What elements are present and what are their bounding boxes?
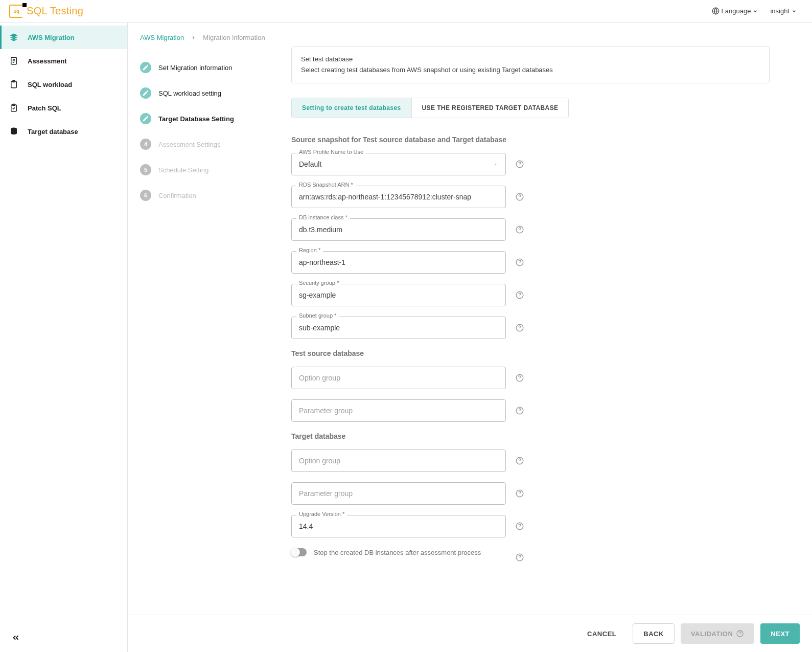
section-test-source: Test source database	[291, 349, 770, 357]
breadcrumb: AWS Migration Migration information	[128, 23, 812, 47]
security-group-input[interactable]	[291, 284, 506, 306]
step-label: SQL workload setting	[158, 89, 221, 97]
subnet-group-field: Subnet group *	[291, 317, 506, 339]
sidebar-item-label: Assessment	[28, 57, 67, 65]
subnet-group-input[interactable]	[291, 317, 506, 339]
step-indicator-pending: 5	[140, 164, 151, 175]
step-label: Set Migration information	[158, 64, 233, 72]
clipboard-icon	[9, 80, 18, 89]
sidebar-item-label: Target database	[28, 128, 78, 136]
step-list: Set Migration information SQL workload s…	[128, 47, 291, 574]
help-icon[interactable]	[515, 456, 524, 465]
cancel-button[interactable]: CANCEL	[577, 623, 627, 644]
database-icon	[9, 127, 18, 136]
document-icon	[9, 56, 18, 65]
step-schedule[interactable]: 5 Schedule Setting	[140, 157, 279, 183]
field-label: DB instance class *	[296, 214, 350, 220]
breadcrumb-current: Migration information	[203, 34, 265, 41]
topbar: Sq SQL Testing Language insight	[0, 0, 812, 23]
help-icon[interactable]	[515, 225, 524, 234]
tgt-option-group-field	[291, 449, 506, 472]
rds-arn-input[interactable]	[291, 186, 506, 208]
sidebar-item-label: SQL workload	[28, 81, 72, 88]
tgt-param-group-field	[291, 482, 506, 505]
stack-icon	[9, 33, 18, 42]
step-migration-info[interactable]: Set Migration information	[140, 55, 279, 80]
step-indicator-pending: 6	[140, 190, 151, 201]
region-input[interactable]	[291, 251, 506, 274]
back-button[interactable]: BACK	[633, 623, 675, 644]
tab-use-registered[interactable]: USE THE REGISTERED TARGET DATABASE	[411, 98, 569, 118]
src-option-group-input[interactable]	[291, 367, 506, 389]
aws-profile-value: Default	[299, 160, 321, 168]
field-label: Upgrade Version *	[296, 511, 347, 517]
src-param-group-input[interactable]	[291, 399, 506, 422]
section-source-snapshot: Source snapshot for Test source database…	[291, 136, 770, 144]
sidebar-item-aws-migration[interactable]: AWS Migration	[0, 26, 127, 49]
footer: CANCEL BACK VALIDATION NEXT	[128, 615, 812, 652]
help-icon[interactable]	[515, 290, 524, 300]
help-circle-icon	[736, 629, 744, 638]
brand-logo: Sq SQL Testing	[9, 5, 83, 18]
upgrade-version-input[interactable]	[291, 515, 506, 537]
language-menu[interactable]: Language	[706, 4, 764, 18]
user-menu[interactable]: insight	[764, 4, 803, 18]
tgt-option-group-input[interactable]	[291, 449, 506, 472]
help-icon[interactable]	[515, 192, 524, 201]
tgt-param-group-input[interactable]	[291, 482, 506, 505]
chevron-right-icon	[191, 35, 196, 40]
form-area: Set test database Select creating test d…	[291, 47, 782, 574]
section-target-db: Target database	[291, 432, 770, 440]
help-icon[interactable]	[515, 160, 524, 169]
help-icon[interactable]	[515, 258, 524, 267]
rds-arn-field: RDS Snapshot ARN *	[291, 186, 506, 208]
sidebar-item-label: AWS Migration	[28, 34, 75, 41]
brand-name: SQL Testing	[27, 5, 83, 17]
instance-class-field: DB instance class *	[291, 218, 506, 241]
field-label: Region *	[296, 247, 323, 253]
src-param-group-field	[291, 399, 506, 422]
tab-create-test-db[interactable]: Setting to create test databases	[292, 98, 411, 118]
chevron-down-icon	[753, 9, 758, 14]
help-icon[interactable]	[515, 522, 524, 531]
next-button[interactable]: NEXT	[760, 623, 800, 644]
step-label: Schedule Setting	[158, 166, 208, 174]
step-label: Confirmation	[158, 192, 196, 199]
dropdown-icon	[493, 162, 498, 167]
breadcrumb-link[interactable]: AWS Migration	[140, 34, 184, 41]
help-icon[interactable]	[515, 373, 524, 383]
security-group-field: Security group *	[291, 284, 506, 306]
aws-profile-field[interactable]: AWS Profile Name to Use Default	[291, 153, 506, 175]
sidebar-item-assessment[interactable]: Assessment	[0, 49, 127, 73]
validation-label: VALIDATION	[691, 630, 733, 638]
pencil-icon	[142, 89, 149, 97]
aws-profile-select[interactable]: Default	[291, 153, 506, 175]
tab-group: Setting to create test databases USE THE…	[291, 98, 569, 118]
validation-button[interactable]: VALIDATION	[681, 623, 755, 644]
step-assessment-settings[interactable]: 4 Assessment Settings	[140, 131, 279, 157]
step-sql-workload[interactable]: SQL workload setting	[140, 80, 279, 106]
region-field: Region *	[291, 251, 506, 274]
step-label: Assessment Settings	[158, 141, 220, 148]
upgrade-version-field: Upgrade Version *	[291, 515, 506, 537]
stop-instances-toggle[interactable]	[291, 548, 307, 556]
instance-class-input[interactable]	[291, 218, 506, 241]
help-icon[interactable]	[515, 489, 524, 498]
sidebar-item-patch-sql[interactable]: Patch SQL	[0, 96, 127, 120]
sidebar-item-sql-workload[interactable]: SQL workload	[0, 73, 127, 96]
step-indicator-done	[140, 62, 151, 73]
help-icon[interactable]	[515, 553, 524, 562]
sidebar-collapse-button[interactable]	[0, 625, 127, 652]
step-indicator-done	[140, 87, 151, 99]
help-icon[interactable]	[515, 406, 524, 415]
step-target-db[interactable]: Target Database Setting	[140, 106, 279, 131]
field-label: AWS Profile Name to Use	[296, 149, 366, 155]
pencil-icon	[142, 64, 149, 71]
logo-icon: Sq	[9, 5, 22, 18]
info-desc: Select creating test databases from AWS …	[301, 65, 760, 76]
help-icon[interactable]	[515, 323, 524, 332]
stop-instances-label: Stop the created DB instances after asse…	[314, 548, 506, 558]
language-label: Language	[722, 7, 751, 15]
step-confirmation[interactable]: 6 Confirmation	[140, 183, 279, 208]
sidebar-item-target-database[interactable]: Target database	[0, 120, 127, 143]
